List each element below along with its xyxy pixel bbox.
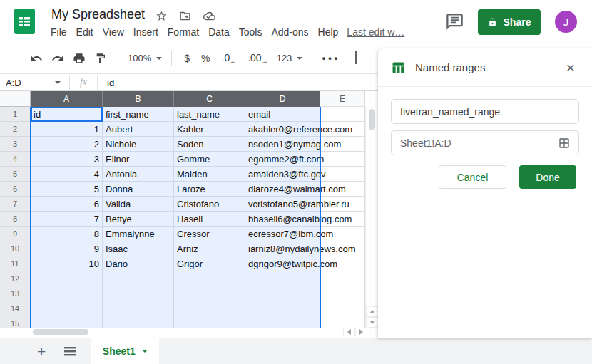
row-header-3[interactable]: 3	[0, 137, 31, 152]
cell-A10[interactable]: 9	[31, 241, 103, 256]
cell-C5[interactable]: Maiden	[174, 167, 245, 182]
cancel-button[interactable]: Cancel	[439, 165, 506, 189]
cell-D3[interactable]: nsoden1@nymag.com	[245, 137, 320, 152]
menu-view[interactable]: View	[103, 26, 124, 38]
cell-B11[interactable]: Dario	[103, 256, 174, 271]
cell-D10[interactable]: iarniz8@nydailynews.com	[245, 241, 320, 256]
select-all-corner[interactable]	[0, 91, 31, 107]
row-header-13[interactable]: 13	[0, 286, 31, 301]
redo-icon[interactable]	[49, 49, 66, 68]
print-icon[interactable]	[71, 49, 88, 68]
cell-C3[interactable]: Soden	[174, 137, 245, 152]
cell-D7[interactable]: vcristofano5@rambler.ru	[245, 197, 320, 212]
scroll-left-icon[interactable]	[343, 328, 355, 336]
format-currency-button[interactable]: $	[184, 53, 190, 64]
vertical-scrollbar[interactable]	[365, 107, 378, 328]
row-header-12[interactable]: 12	[0, 271, 31, 286]
doc-title[interactable]: My Spreadsheet	[51, 7, 145, 22]
move-folder-icon[interactable]	[179, 10, 191, 22]
more-toolbar-icon[interactable]: ●●●	[322, 55, 340, 62]
cell-C1[interactable]: last_name	[174, 107, 245, 122]
row-header-4[interactable]: 4	[0, 152, 31, 167]
horizontal-scrollbar-thumb[interactable]	[33, 329, 88, 335]
cell-D6[interactable]: dlaroze4@walmart.com	[245, 182, 320, 197]
cell-A11[interactable]: 10	[31, 256, 103, 271]
menu-help[interactable]: Help	[318, 26, 339, 38]
cell-B3[interactable]: Nichole	[103, 137, 174, 152]
cell-A14[interactable]	[31, 301, 103, 316]
cell-A7[interactable]: 6	[31, 197, 103, 212]
cell-B2[interactable]: Aubert	[103, 122, 174, 137]
row-header-7[interactable]: 7	[0, 197, 31, 212]
menu-addons[interactable]: Add-ons	[271, 26, 308, 38]
cell-D14[interactable]	[245, 301, 320, 316]
column-header-B[interactable]: B	[103, 91, 174, 107]
scroll-up-icon[interactable]	[366, 306, 378, 317]
name-box[interactable]: A:D	[0, 78, 69, 88]
vertical-scrollbar-thumb[interactable]	[369, 109, 375, 130]
row-header-11[interactable]: 11	[0, 256, 31, 271]
menu-edit[interactable]: Edit	[76, 26, 93, 38]
cell-C7[interactable]: Cristofano	[174, 197, 245, 212]
cell-E4[interactable]	[320, 152, 365, 167]
menu-file[interactable]: File	[51, 26, 67, 38]
column-header-D[interactable]: D	[245, 91, 320, 107]
menu-tools[interactable]: Tools	[239, 26, 262, 38]
sheets-logo-icon[interactable]	[14, 8, 36, 35]
more-formats-button[interactable]: 123	[277, 53, 303, 63]
cloud-saved-icon[interactable]	[203, 10, 216, 22]
horizontal-scrollbar[interactable]	[0, 328, 378, 336]
range-ref-input[interactable]	[400, 137, 558, 149]
cell-E14[interactable]	[320, 301, 365, 316]
cell-C9[interactable]: Cressor	[174, 227, 245, 241]
cell-C8[interactable]: Hasell	[174, 212, 245, 227]
sheet-tab-sheet1[interactable]: Sheet1	[91, 338, 159, 364]
cell-D9[interactable]: ecressor7@ibm.com	[245, 227, 320, 241]
cell-B1[interactable]: first_name	[103, 107, 174, 122]
star-icon[interactable]	[155, 10, 168, 22]
cell-D11[interactable]: dgrigor9@twitpic.com	[245, 256, 320, 271]
cell-C13[interactable]	[174, 286, 245, 301]
cell-A5[interactable]: 4	[31, 167, 103, 182]
cell-E12[interactable]	[320, 271, 365, 286]
format-percent-button[interactable]: %	[201, 53, 210, 64]
undo-icon[interactable]	[28, 49, 45, 68]
cell-A13[interactable]	[31, 286, 103, 301]
cell-C11[interactable]: Grigor	[174, 256, 245, 271]
cell-D13[interactable]	[245, 286, 320, 301]
cell-B14[interactable]	[103, 301, 174, 316]
cell-C2[interactable]: Kahler	[174, 122, 245, 137]
cell-C10[interactable]: Arniz	[174, 241, 245, 256]
cell-D5[interactable]: amaiden3@ftc.gov	[245, 167, 320, 182]
row-header-6[interactable]: 6	[0, 182, 31, 197]
increase-decimal-button[interactable]: .00→	[247, 52, 267, 65]
menu-format[interactable]: Format	[168, 26, 199, 38]
share-button[interactable]: Share	[478, 9, 541, 35]
last-edit-link[interactable]: Last edit w…	[347, 26, 404, 38]
cell-A2[interactable]: 1	[31, 122, 103, 137]
cell-A4[interactable]: 3	[31, 152, 103, 167]
cell-D4[interactable]: egomme2@ft.com	[245, 152, 320, 167]
decrease-decimal-button[interactable]: .0←	[222, 52, 237, 65]
cell-B8[interactable]: Bettye	[103, 212, 174, 227]
cell-B12[interactable]	[103, 271, 174, 286]
row-header-2[interactable]: 2	[0, 122, 31, 137]
avatar[interactable]: J	[555, 11, 577, 33]
column-header-A[interactable]: A	[31, 91, 103, 107]
row-header-14[interactable]: 14	[0, 301, 31, 316]
cell-B5[interactable]: Antonia	[103, 167, 174, 182]
cell-A6[interactable]: 5	[31, 182, 103, 197]
all-sheets-icon[interactable]	[64, 347, 76, 356]
column-header-E[interactable]: E	[320, 91, 365, 107]
cell-C6[interactable]: Laroze	[174, 182, 245, 197]
range-name-input[interactable]	[400, 106, 570, 118]
menu-data[interactable]: Data	[208, 26, 230, 38]
row-header-5[interactable]: 5	[0, 167, 31, 182]
collapse-toolbar-icon[interactable]	[355, 52, 357, 65]
cell-A12[interactable]	[31, 271, 103, 286]
formula-input[interactable]: id	[98, 78, 378, 88]
cell-A9[interactable]: 8	[31, 227, 103, 241]
cell-A3[interactable]: 2	[31, 137, 103, 152]
zoom-control[interactable]: 100%	[128, 53, 162, 63]
cell-B7[interactable]: Valida	[103, 197, 174, 212]
